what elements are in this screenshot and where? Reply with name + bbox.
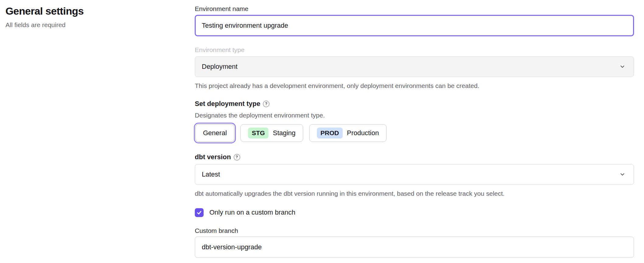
deployment-type-options: General STG Staging PROD Production (195, 124, 634, 142)
deployment-type-section-label: Set deployment type ? (195, 99, 634, 109)
environment-type-select[interactable]: Deployment (195, 56, 634, 77)
dbt-version-section-label: dbt version ? (195, 152, 634, 162)
deployment-type-general-button[interactable]: General (195, 124, 234, 142)
environment-type-help-text: This project already has a development e… (195, 81, 634, 90)
environment-name-input[interactable] (195, 15, 634, 36)
general-button-label: General (203, 129, 227, 137)
production-button-label: Production (347, 129, 379, 137)
deployment-type-staging-button[interactable]: STG Staging (240, 124, 303, 142)
help-icon[interactable]: ? (263, 101, 269, 107)
dbt-version-label-text: dbt version (195, 152, 231, 162)
staging-badge: STG (248, 128, 268, 139)
staging-button-label: Staging (273, 129, 296, 137)
custom-branch-checkbox-label: Only run on a custom branch (209, 208, 295, 217)
custom-branch-checkbox-row[interactable]: Only run on a custom branch (195, 208, 634, 217)
page-title: General settings (5, 4, 176, 18)
chevron-down-icon (619, 171, 626, 178)
help-icon[interactable]: ? (234, 154, 240, 160)
environment-type-label: Environment type (195, 45, 634, 54)
dbt-version-value: Latest (202, 170, 220, 178)
chevron-down-icon (619, 63, 626, 70)
deployment-type-production-button[interactable]: PROD Production (309, 124, 387, 142)
checkmark-icon (196, 210, 202, 216)
dbt-version-select[interactable]: Latest (195, 164, 634, 185)
environment-settings-form: Environment name Environment type Deploy… (195, 4, 634, 258)
custom-branch-label: Custom branch (195, 226, 634, 235)
deployment-type-description: Designates the deployment environment ty… (195, 111, 634, 120)
custom-branch-checkbox[interactable] (195, 208, 204, 217)
settings-header: General settings All fields are required (5, 4, 176, 29)
production-badge: PROD (317, 128, 343, 139)
page-subtitle: All fields are required (5, 21, 176, 29)
environment-type-value: Deployment (202, 63, 237, 71)
deployment-type-label-text: Set deployment type (195, 99, 260, 109)
dbt-version-help-text: dbt automatically upgrades the dbt versi… (195, 189, 634, 198)
environment-name-label: Environment name (195, 4, 634, 13)
custom-branch-input[interactable] (195, 237, 634, 258)
